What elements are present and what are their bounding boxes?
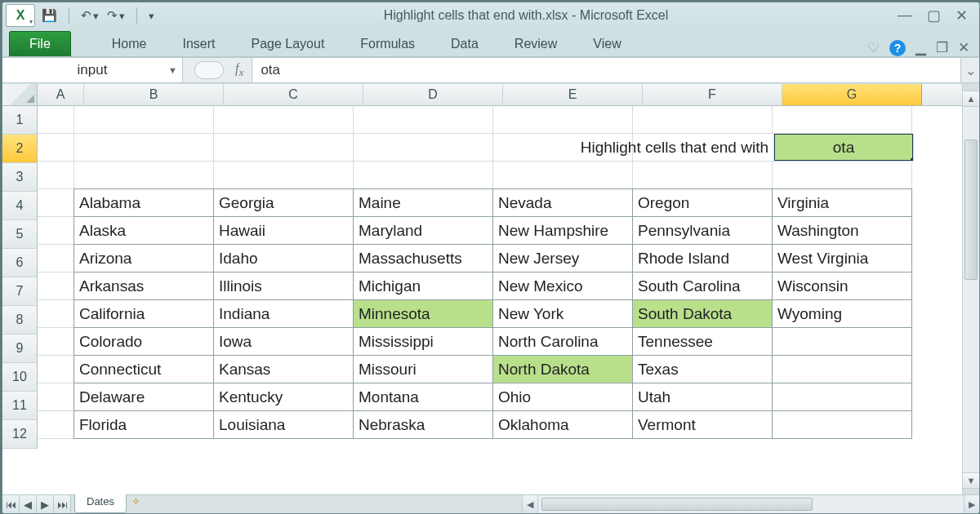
- formula-input[interactable]: ota: [252, 58, 960, 82]
- row-header[interactable]: 10: [2, 363, 38, 392]
- cell[interactable]: Arizona: [74, 244, 214, 273]
- cell[interactable]: [773, 106, 912, 134]
- cell[interactable]: New York: [492, 299, 633, 328]
- row-header[interactable]: 6: [2, 249, 38, 277]
- cell[interactable]: [772, 383, 912, 411]
- cell[interactable]: [38, 162, 74, 189]
- row-header[interactable]: 12: [2, 420, 38, 449]
- formula-expand-button[interactable]: ⌄: [960, 58, 979, 82]
- split-handle[interactable]: [963, 84, 979, 91]
- cell[interactable]: Tennessee: [632, 327, 773, 356]
- scroll-thumb[interactable]: [964, 140, 978, 280]
- sheet-nav-first[interactable]: ⏮: [2, 495, 20, 513]
- cell[interactable]: North Dakota: [492, 355, 633, 383]
- chevron-down-icon[interactable]: ▼: [168, 65, 177, 75]
- help-icon[interactable]: ?: [889, 40, 906, 56]
- vertical-scrollbar[interactable]: ▲ ▼: [962, 84, 979, 495]
- cell[interactable]: [38, 383, 74, 411]
- sheet-tab[interactable]: Dates: [74, 494, 127, 513]
- cell[interactable]: Oklahoma: [492, 410, 633, 439]
- cell[interactable]: Minnesota: [353, 299, 493, 328]
- cell[interactable]: [38, 217, 74, 245]
- cell[interactable]: [38, 245, 74, 273]
- cell[interactable]: Louisiana: [213, 410, 354, 439]
- input-cell[interactable]: ota: [774, 134, 914, 162]
- cell[interactable]: South Carolina: [632, 272, 773, 300]
- cell[interactable]: West Virginia: [772, 244, 912, 273]
- cell[interactable]: Nebraska: [353, 410, 493, 439]
- new-sheet-button[interactable]: ✧: [131, 495, 140, 513]
- row-header[interactable]: 4: [2, 192, 38, 220]
- cell[interactable]: Ohio: [492, 383, 633, 411]
- scroll-thumb[interactable]: [541, 498, 813, 511]
- cell[interactable]: [773, 162, 912, 189]
- scroll-left-button[interactable]: ◀: [522, 495, 537, 513]
- cell[interactable]: [74, 162, 214, 189]
- row-header[interactable]: 9: [2, 335, 38, 363]
- cell[interactable]: Mississippi: [353, 327, 493, 356]
- cell[interactable]: [38, 328, 74, 356]
- cell[interactable]: [493, 162, 633, 189]
- minimize-button[interactable]: —: [898, 7, 912, 24]
- tab-insert[interactable]: Insert: [164, 32, 233, 56]
- cell[interactable]: Highlight cells that end with: [633, 134, 774, 162]
- cell[interactable]: [772, 410, 912, 439]
- scroll-down-button[interactable]: ▼: [963, 472, 979, 488]
- cell[interactable]: Florida: [74, 410, 214, 439]
- row-header[interactable]: 1: [2, 106, 38, 135]
- cell[interactable]: Wyoming: [772, 299, 912, 328]
- cell[interactable]: Georgia: [213, 188, 354, 217]
- name-box[interactable]: input ▼: [2, 58, 183, 82]
- cell[interactable]: Missouri: [353, 355, 493, 383]
- cell[interactable]: Utah: [632, 383, 773, 411]
- doc-close-button[interactable]: ✕: [958, 39, 969, 56]
- tab-data[interactable]: Data: [433, 32, 497, 56]
- cell[interactable]: Michigan: [353, 272, 493, 300]
- cell[interactable]: [633, 106, 773, 134]
- cell[interactable]: [74, 134, 214, 162]
- cell[interactable]: Kentucky: [213, 383, 354, 411]
- col-header[interactable]: D: [363, 84, 503, 105]
- cell[interactable]: Washington: [772, 216, 912, 245]
- cell[interactable]: Colorado: [74, 327, 214, 356]
- file-tab[interactable]: File: [9, 31, 71, 56]
- tab-formulas[interactable]: Formulas: [342, 32, 433, 56]
- app-icon[interactable]: X ▾: [6, 4, 35, 27]
- col-header[interactable]: B: [84, 84, 224, 105]
- cell[interactable]: Connecticut: [74, 355, 214, 383]
- cell[interactable]: Texas: [632, 355, 773, 383]
- cell[interactable]: Vermont: [632, 410, 773, 439]
- row-header[interactable]: 3: [2, 163, 38, 192]
- undo-button[interactable]: ↶▾: [81, 8, 99, 23]
- cell[interactable]: [38, 411, 74, 439]
- save-button[interactable]: 💾: [42, 8, 57, 23]
- cell[interactable]: Idaho: [213, 244, 354, 273]
- cell[interactable]: [38, 134, 74, 162]
- cell[interactable]: Alabama: [74, 188, 214, 217]
- cell[interactable]: Illinois: [213, 272, 354, 300]
- fill-handle[interactable]: [911, 158, 914, 162]
- cell[interactable]: Kansas: [213, 355, 354, 383]
- cell[interactable]: Arkansas: [74, 272, 214, 300]
- cell[interactable]: [493, 106, 633, 134]
- scroll-right-button[interactable]: ▶: [964, 495, 979, 513]
- sheet-nav-next[interactable]: ▶: [37, 495, 54, 513]
- col-header[interactable]: C: [224, 84, 363, 105]
- cell[interactable]: [214, 106, 354, 134]
- cell[interactable]: [74, 106, 214, 134]
- cell[interactable]: [772, 355, 912, 383]
- cell[interactable]: New Hampshire: [492, 216, 633, 245]
- tab-review[interactable]: Review: [497, 32, 575, 56]
- insert-function-button[interactable]: [194, 61, 224, 79]
- cell[interactable]: Delaware: [74, 383, 214, 411]
- horizontal-scrollbar[interactable]: ◀ ▶: [522, 495, 979, 513]
- fx-icon[interactable]: fx: [235, 61, 243, 79]
- cell[interactable]: [214, 134, 354, 162]
- cell[interactable]: [354, 106, 493, 134]
- cell[interactable]: Pennsylvania: [632, 216, 773, 245]
- doc-minimize-button[interactable]: ▁: [915, 39, 926, 56]
- tab-view[interactable]: View: [575, 32, 639, 56]
- cell[interactable]: [354, 134, 493, 162]
- col-header[interactable]: A: [38, 84, 84, 105]
- cell[interactable]: Maine: [353, 188, 493, 217]
